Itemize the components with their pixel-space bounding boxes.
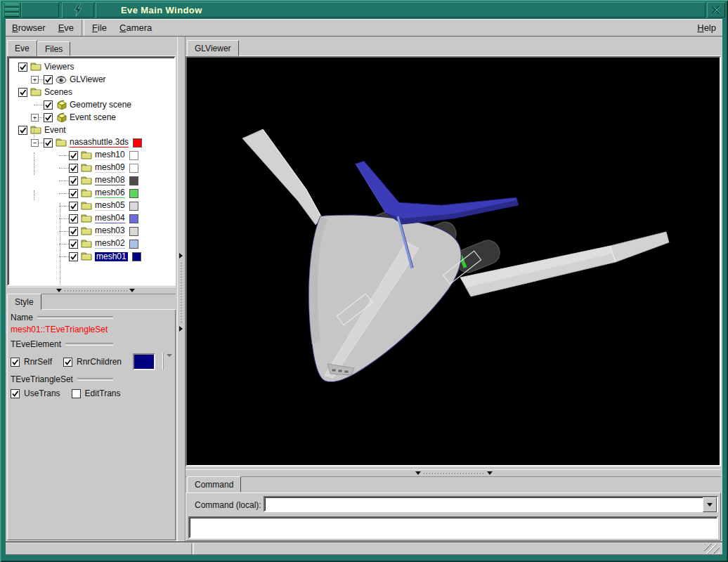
tab-eve[interactable]: Eve (7, 40, 37, 56)
checkbox[interactable] (69, 214, 78, 223)
titlebar[interactable]: Eve Main Window (1, 1, 727, 19)
tree-item[interactable]: mesh03 (8, 225, 174, 237)
tree-item[interactable]: Viewers (8, 60, 174, 73)
tab-glviewer[interactable]: GLViewer (187, 40, 239, 56)
tree-item[interactable]: mesh05 (8, 200, 174, 212)
folder-icon (30, 62, 42, 72)
checkbox[interactable] (63, 358, 72, 367)
horizontal-splitter-bottom[interactable] (186, 469, 721, 477)
expand-toggle-plus[interactable]: + (31, 114, 39, 122)
checkbox[interactable] (11, 358, 20, 367)
checkbox[interactable] (44, 138, 53, 148)
menu-browser[interactable]: Browser (6, 20, 52, 36)
checkbox[interactable] (72, 389, 81, 398)
checkbox[interactable] (11, 389, 20, 398)
tree-item-label[interactable]: mesh10 (95, 150, 125, 160)
app-icon-button[interactable] (62, 2, 94, 18)
gl-viewport[interactable] (186, 56, 721, 466)
tree-item[interactable]: mesh02 (8, 237, 174, 250)
section-title: TEveTriangleSet (11, 374, 113, 384)
color-swatch[interactable] (129, 214, 138, 223)
tree-item-label[interactable]: mesh06 (95, 188, 125, 198)
expand-toggle-plus[interactable]: + (31, 76, 39, 84)
tree-item-label[interactable]: mesh04 (95, 214, 125, 223)
menu-camera[interactable]: Camera (113, 20, 158, 36)
frame-handle-divider (191, 543, 194, 554)
checkbox[interactable] (18, 63, 27, 72)
color-swatch[interactable] (129, 176, 138, 185)
color-swatch[interactable] (129, 240, 138, 249)
hamburger-icon (5, 4, 19, 7)
tree-item[interactable]: −nasashuttle.3ds (8, 136, 174, 149)
tree-item[interactable]: mesh04 (8, 212, 174, 225)
checkbox[interactable] (18, 88, 27, 97)
tree-item-label[interactable]: mesh05 (95, 201, 125, 211)
eve-main-window: Eve Main Window BrowserEveFileCameraHelp… (0, 0, 728, 562)
vertical-splitter[interactable] (177, 37, 186, 542)
tree-item-label[interactable]: Event (44, 126, 66, 135)
tree-item[interactable]: mesh01 (8, 250, 174, 263)
expand-toggle-minus[interactable]: − (31, 139, 39, 147)
tree-item[interactable]: mesh08 (8, 174, 174, 187)
checkbox[interactable] (69, 227, 78, 236)
cube-icon (56, 112, 67, 122)
tab-command[interactable]: Command (187, 476, 241, 492)
close-button[interactable] (707, 2, 725, 18)
menu-file[interactable]: File (86, 20, 113, 36)
combo-dropdown-button[interactable] (703, 497, 717, 512)
window-menu-button[interactable] (3, 2, 21, 18)
checkbox[interactable] (69, 189, 78, 198)
titlebar-main[interactable]: Eve Main Window (96, 2, 706, 18)
tree-item-label[interactable]: GLViewer (70, 75, 106, 84)
folder-icon (81, 239, 93, 249)
color-swatch[interactable] (132, 252, 141, 261)
chevron-down-icon (707, 503, 713, 507)
color-swatch[interactable] (129, 151, 138, 160)
command-input[interactable] (266, 498, 691, 510)
color-swatch[interactable] (129, 189, 138, 198)
tree-item-label[interactable]: mesh01 (95, 252, 128, 261)
menu-eve[interactable]: Eve (52, 20, 80, 36)
command-combobox[interactable] (264, 496, 718, 512)
checkbox[interactable] (44, 113, 53, 122)
color-picker-swatch[interactable] (133, 353, 155, 370)
color-swatch[interactable] (129, 164, 138, 173)
menu-help[interactable]: Help (691, 20, 722, 36)
chevron-down-icon (415, 471, 421, 475)
tree-item[interactable]: +GLViewer (8, 73, 174, 86)
checkbox[interactable] (44, 75, 53, 84)
checkbox[interactable] (18, 126, 27, 135)
tree-item-label[interactable]: Event scene (70, 113, 116, 122)
tree-item[interactable]: Scenes (8, 86, 174, 98)
tree-item-label[interactable]: Viewers (44, 63, 74, 72)
checkbox[interactable] (69, 176, 78, 185)
color-dropdown-button[interactable] (167, 357, 172, 367)
color-swatch[interactable] (129, 227, 138, 236)
command-output[interactable] (188, 516, 718, 539)
checkbox[interactable] (69, 151, 78, 160)
shuttle-3d-model[interactable] (187, 58, 720, 465)
tree-item-label[interactable]: Geometry scene (70, 100, 131, 110)
tree-item-label[interactable]: mesh09 (95, 163, 125, 173)
tree-item-label[interactable]: mesh08 (95, 176, 125, 185)
tree-guide (60, 203, 60, 286)
window-bottom-frame (6, 542, 722, 555)
tree-item-label[interactable]: nasashuttle.3ds (70, 138, 129, 148)
tab-style[interactable]: Style (7, 294, 41, 310)
tree-item-label[interactable]: mesh03 (95, 226, 125, 236)
checkbox[interactable] (69, 240, 78, 249)
color-swatch[interactable] (133, 138, 142, 148)
checkbox[interactable] (69, 164, 78, 173)
checkbox[interactable] (69, 202, 78, 211)
color-swatch[interactable] (129, 202, 138, 211)
checkbox[interactable] (69, 252, 78, 261)
resize-grip[interactable] (704, 544, 720, 554)
tab-files[interactable]: Files (37, 41, 70, 56)
tree-item-label[interactable]: Scenes (44, 88, 72, 97)
element-tree[interactable]: Viewers+GLViewerScenesGeometry scene+Eve… (7, 56, 176, 286)
tree-item[interactable]: Geometry scene (8, 98, 174, 111)
checkbox[interactable] (44, 100, 53, 110)
check-label: EditTrans (85, 388, 121, 398)
tree-item-label[interactable]: mesh02 (95, 239, 125, 249)
tree-item[interactable]: +Event scene (8, 111, 174, 124)
